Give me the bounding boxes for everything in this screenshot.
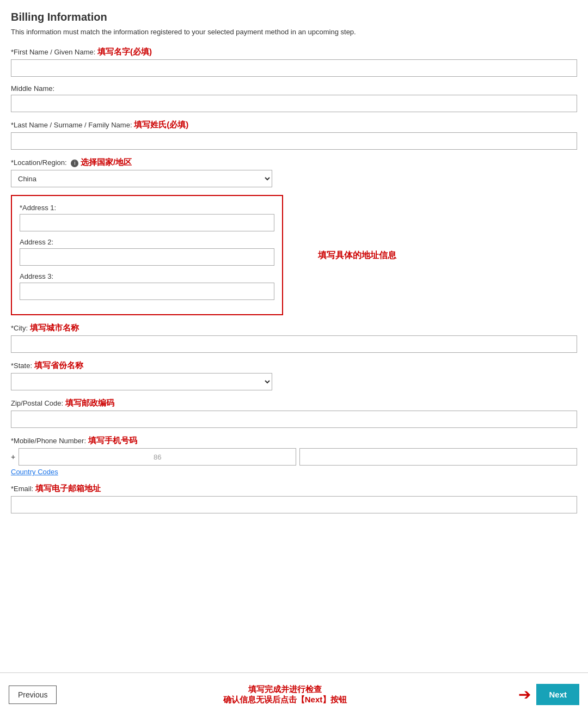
first-name-annotation: 填写名字(必填)	[97, 47, 152, 56]
address-annotation: 填写具体的地址信息	[318, 249, 396, 261]
previous-button[interactable]: Previous	[9, 686, 57, 704]
location-info-icon: i	[71, 160, 78, 167]
country-codes-link[interactable]: Country Codes	[11, 468, 58, 476]
next-button[interactable]: Next	[536, 684, 579, 705]
phone-number-input[interactable]	[299, 448, 577, 466]
phone-label: *Mobile/Phone Number: 填写手机号码	[11, 436, 577, 446]
last-name-label: *Last Name / Surname / Family Name: 填写姓氏…	[11, 120, 577, 130]
address2-input[interactable]	[20, 248, 274, 266]
state-select[interactable]	[11, 373, 272, 390]
address1-input[interactable]	[20, 214, 274, 231]
location-select[interactable]: China United States Japan South Korea Ot…	[11, 170, 272, 187]
address2-label: Address 2:	[20, 238, 274, 246]
phone-annotation: 填写手机号码	[88, 436, 137, 445]
location-annotation: 选择国家/地区	[81, 157, 132, 167]
footer-bar: Previous 填写完成并进行检查 确认信息无误后点击【Next】按钮 ➔ N…	[0, 672, 588, 716]
zip-label: Zip/Postal Code: 填写邮政编码	[11, 398, 577, 408]
email-input[interactable]	[11, 496, 577, 513]
location-label: *Location/Region: i 选择国家/地区	[11, 157, 577, 168]
address3-label: Address 3:	[20, 272, 274, 280]
city-input[interactable]	[11, 335, 577, 353]
last-name-annotation: 填写姓氏(必填)	[134, 120, 188, 129]
state-annotation: 填写省份名称	[34, 360, 83, 370]
page-title: Billing Information	[11, 11, 577, 23]
last-name-input[interactable]	[11, 132, 577, 150]
city-label: *City: 填写城市名称	[11, 323, 577, 333]
country-code-input[interactable]	[19, 448, 296, 466]
state-label: *State: 填写省份名称	[11, 360, 577, 371]
middle-name-label: Middle Name:	[11, 84, 577, 93]
address1-label: *Address 1:	[20, 204, 274, 212]
footer-right-area: ➔ Next	[513, 684, 579, 705]
first-name-input[interactable]	[11, 59, 577, 77]
city-annotation: 填写城市名称	[30, 323, 79, 332]
zip-input[interactable]	[11, 411, 577, 428]
email-annotation: 填写电子邮箱地址	[35, 484, 101, 493]
page-subtitle: This information must match the informat…	[11, 28, 577, 36]
arrow-right-icon: ➔	[518, 686, 531, 703]
email-label: *Email: 填写电子邮箱地址	[11, 484, 577, 494]
phone-plus: +	[11, 452, 15, 461]
footer-annotation: 填写完成并进行检查 确认信息无误后点击【Next】按钮	[57, 684, 513, 705]
address3-input[interactable]	[20, 283, 274, 300]
zip-annotation: 填写邮政编码	[65, 398, 114, 407]
middle-name-input[interactable]	[11, 95, 577, 112]
first-name-label: *First Name / Given Name: 填写名字(必填)	[11, 47, 577, 57]
address-box: *Address 1: Address 2: Address 3: 填写具体的地…	[11, 195, 283, 315]
